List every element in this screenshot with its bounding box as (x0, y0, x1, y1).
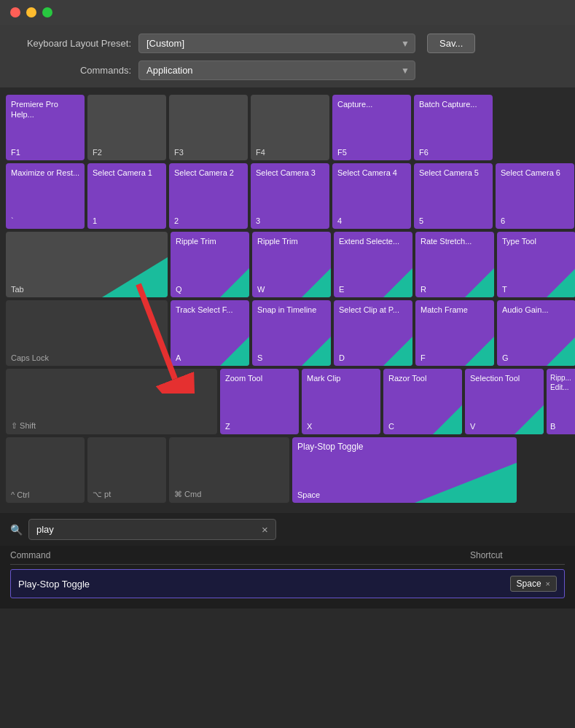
results-header: Command Shortcut (10, 550, 565, 565)
key-g[interactable]: Audio Gain... G (497, 300, 575, 366)
key-tab-code: Tab (11, 285, 24, 294)
qwerty-row: Tab Ripple Trim Q Ripple Trim W Extend S… (6, 232, 569, 297)
key-s[interactable]: Snap in Timeline S (252, 300, 331, 366)
key-e-code: E (339, 285, 344, 294)
key-f4-code: F4 (256, 148, 265, 157)
search-clear-button[interactable]: × (262, 523, 268, 536)
key-5-code: 5 (419, 216, 423, 225)
preset-select[interactable]: [Custom] (138, 34, 415, 53)
key-e[interactable]: Extend Selecte... E (334, 232, 412, 297)
preset-select-wrapper[interactable]: [Custom] ▼ (138, 34, 415, 53)
key-6-code: 6 (501, 216, 505, 225)
key-2-code: 2 (174, 216, 179, 225)
function-row: Premiere Pro Help... F1 F2 F3 F4 Capture… (6, 95, 569, 160)
key-f6-label: Batch Capture... (419, 99, 490, 109)
traffic-light-yellow[interactable] (26, 7, 36, 17)
key-2[interactable]: Select Camera 2 2 (169, 163, 248, 229)
result-command-label: Play-Stop Toggle (18, 579, 510, 590)
key-5[interactable]: Select Camera 5 5 (414, 163, 493, 229)
key-space-code: Space (297, 490, 320, 499)
key-f2-code: F2 (93, 148, 102, 157)
key-w[interactable]: Ripple Trim W (252, 232, 331, 297)
key-v[interactable]: Selection Tool V (465, 369, 544, 434)
key-f2[interactable]: F2 (87, 95, 166, 160)
key-1-code: 1 (93, 216, 97, 225)
key-f-label: Match Frame (421, 305, 491, 315)
key-z-code: Z (225, 422, 230, 431)
key-x[interactable]: Mark Clip X (302, 369, 380, 434)
key-a-label: Track Select F... (176, 305, 246, 315)
key-4-label: Select Camera 4 (337, 168, 408, 178)
key-shift[interactable]: ⇧ Shift (6, 369, 217, 434)
key-4[interactable]: Select Camera 4 4 (332, 163, 411, 229)
key-3-code: 3 (256, 216, 260, 225)
key-z-label: Zoom Tool (225, 373, 296, 383)
key-c-code: C (388, 422, 394, 431)
key-1[interactable]: Select Camera 1 1 (87, 163, 166, 229)
key-shift-code: ⇧ Shift (11, 421, 36, 431)
key-f6[interactable]: Batch Capture... F6 (414, 95, 493, 160)
key-capslock[interactable]: Caps Lock (6, 300, 168, 366)
key-3[interactable]: Select Camera 3 3 (251, 163, 329, 229)
key-s-code: S (257, 353, 262, 362)
key-f5-code: F5 (337, 148, 347, 157)
asdf-row: Caps Lock Track Select F... A Snap in Ti… (6, 300, 569, 366)
key-g-label: Audio Gain... (502, 305, 573, 315)
save-button[interactable]: Sav... (427, 34, 475, 53)
bottom-row: ^ Ctrl ⌥ pt ⌘ Cmd Play-Stop Toggle Space (6, 437, 569, 503)
key-opt[interactable]: ⌥ pt (87, 437, 166, 503)
key-b-label: Ripp... Edit... (550, 373, 575, 392)
traffic-light-green[interactable] (42, 7, 52, 17)
key-r[interactable]: Rate Stretch... R (415, 232, 494, 297)
key-cmd[interactable]: ⌘ Cmd (169, 437, 289, 503)
key-b[interactable]: Ripp... Edit... B (547, 369, 575, 434)
key-v-code: V (470, 422, 475, 431)
column-shortcut-header: Shortcut (470, 550, 565, 560)
result-row[interactable]: Play-Stop Toggle Space × (10, 569, 565, 598)
key-grave-label: Maximize or Rest... (11, 168, 82, 178)
key-cmd-code: ⌘ Cmd (174, 490, 201, 499)
key-d[interactable]: Select Clip at P... D (334, 300, 412, 366)
key-s-label: Snap in Timeline (257, 305, 328, 315)
key-q-code: Q (176, 285, 182, 294)
key-f3[interactable]: F3 (169, 95, 248, 160)
key-f5[interactable]: Capture... F5 (332, 95, 411, 160)
key-c[interactable]: Razor Tool C (383, 369, 462, 434)
shortcut-remove-button[interactable]: × (546, 579, 550, 588)
key-f1-code: F1 (11, 148, 20, 157)
search-icon: 🔍 (10, 524, 23, 536)
key-v-label: Selection Tool (470, 373, 541, 383)
key-t[interactable]: Type Tool T (497, 232, 575, 297)
title-bar (0, 0, 575, 25)
search-input[interactable] (28, 519, 276, 540)
key-d-label: Select Clip at P... (339, 305, 410, 315)
key-a[interactable]: Track Select F... A (171, 300, 249, 366)
key-w-label: Ripple Trim (257, 236, 328, 246)
key-f[interactable]: Match Frame F (415, 300, 494, 366)
key-6[interactable]: Select Camera 6 6 (496, 163, 574, 229)
key-e-label: Extend Selecte... (339, 236, 410, 246)
key-z[interactable]: Zoom Tool Z (220, 369, 299, 434)
results-area: Command Shortcut Play-Stop Toggle Space … (0, 546, 575, 608)
commands-select[interactable]: Application (138, 60, 415, 80)
number-row: Maximize or Rest... ` Select Camera 1 1 … (6, 163, 569, 229)
preset-label: Keyboard Layout Preset: (15, 38, 131, 49)
commands-select-wrapper[interactable]: Application ▼ (138, 60, 415, 80)
key-4-code: 4 (337, 216, 342, 225)
key-g-code: G (502, 353, 509, 362)
traffic-light-red[interactable] (10, 7, 20, 17)
key-space[interactable]: Play-Stop Toggle Space (292, 437, 517, 503)
key-q[interactable]: Ripple Trim Q (171, 232, 249, 297)
key-1-label: Select Camera 1 (93, 168, 163, 178)
keyboard-area: Premiere Pro Help... F1 F2 F3 F4 Capture… (0, 87, 575, 513)
key-x-code: X (307, 422, 312, 431)
key-ctrl[interactable]: ^ Ctrl (6, 437, 85, 503)
key-space-label: Play-Stop Toggle (297, 442, 514, 453)
key-grave[interactable]: Maximize or Rest... ` (6, 163, 85, 229)
key-f4[interactable]: F4 (251, 95, 329, 160)
key-f5-label: Capture... (337, 99, 408, 109)
key-tab[interactable]: Tab (6, 232, 168, 297)
preset-row: Keyboard Layout Preset: [Custom] ▼ Sav..… (15, 34, 560, 53)
commands-row: Commands: Application ▼ (15, 60, 560, 80)
key-f1[interactable]: Premiere Pro Help... F1 (6, 95, 85, 160)
